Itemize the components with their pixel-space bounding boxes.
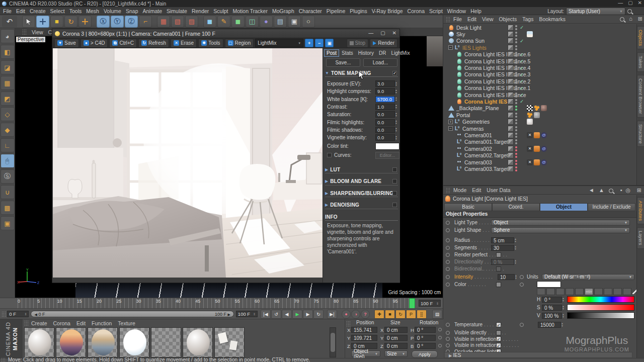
mat-grey-tag-icon[interactable]: [534, 112, 540, 118]
size-x-field[interactable]: 0 cm: [384, 327, 408, 333]
am-search-icon[interactable]: [609, 188, 613, 194]
visibility-toggle-icon[interactable]: [508, 38, 514, 44]
tree-row[interactable]: L0Camera001.Target: [443, 139, 636, 145]
material-thumbnail-checker-only[interactable]: [151, 327, 181, 357]
size-y-field[interactable]: 0 cm: [384, 335, 408, 341]
pos-y-field[interactable]: 109.721 cm: [351, 335, 377, 341]
am-back-icon[interactable]: ◄: [589, 187, 594, 193]
om-home-icon[interactable]: ⌂: [629, 16, 632, 22]
lightmix-dropdown[interactable]: LightMix▼: [255, 39, 303, 47]
am-tab-basic[interactable]: Basic: [444, 203, 492, 211]
undo-icon[interactable]: ↶: [2, 16, 17, 27]
render-view-icon[interactable]: ▦: [157, 16, 170, 28]
viewport-nav-icon[interactable]: 🖰: [1, 154, 15, 168]
xpresso-tag-icon[interactable]: ✕: [527, 146, 533, 152]
sliders-icon[interactable]: [604, 288, 612, 295]
target-tag-icon[interactable]: @: [541, 159, 547, 165]
tree-row[interactable]: Corona Light IES Instance.6✓: [443, 51, 636, 58]
intensity-field[interactable]: 10: [498, 274, 515, 280]
stepper-icon[interactable]: ▲▼: [514, 237, 518, 243]
om-panel-icon[interactable]: ⊞: [638, 16, 642, 22]
visibility-toggle-icon[interactable]: [508, 105, 514, 111]
material-menu-function[interactable]: Function: [92, 320, 112, 326]
zoom-out-icon[interactable]: −: [315, 39, 324, 47]
add-cube-icon[interactable]: ◼: [203, 16, 216, 28]
grip-icon[interactable]: [24, 320, 29, 326]
menu-item-edit[interactable]: Edit: [16, 8, 25, 14]
menu-item-script[interactable]: Script: [429, 8, 443, 14]
hsv-h-field[interactable]: 0 °: [542, 297, 562, 303]
timeline-window-button[interactable]: ▤: [432, 310, 442, 319]
tree-row[interactable]: Desk Light✓: [443, 24, 636, 31]
enabled-check-icon[interactable]: ✓: [520, 38, 524, 44]
zoom-in-icon[interactable]: +: [305, 39, 313, 47]
vfb-titlebar[interactable]: Corona 3 | 800×680px (1:1) | Camera: Cam…: [52, 29, 399, 38]
code-icon[interactable]: [613, 288, 622, 295]
om-menu-bookmarks[interactable]: Bookmarks: [539, 16, 566, 22]
timeline-ruler[interactable]: 05101520253035404550556065707580859095 1…: [0, 298, 443, 309]
last-tool-icon[interactable]: [78, 16, 92, 28]
vfb-tab-post[interactable]: Post: [324, 49, 339, 57]
stepper-icon[interactable]: ▲▼: [395, 104, 398, 110]
vfb-minimize-button[interactable]: —: [368, 30, 373, 36]
timeline-playhead[interactable]: [409, 298, 415, 309]
stepper-icon[interactable]: ▲▼: [395, 134, 398, 141]
tree-row[interactable]: Corona Light IES Instance.5✓: [443, 58, 636, 64]
material-menu-texture[interactable]: Texture: [118, 320, 135, 326]
bidirectional-checkbox[interactable]: [496, 266, 501, 272]
field-value[interactable]: 0.0: [375, 134, 395, 141]
workplane-rotate-icon[interactable]: ▣: [1, 216, 15, 230]
field-value[interactable]: 0.0: [375, 119, 395, 126]
size-mode-dropdown[interactable]: Size▼: [384, 350, 408, 357]
record-parameter-toggle[interactable]: P: [406, 310, 416, 319]
am-tab-coord-[interactable]: Coord.: [492, 203, 540, 211]
tree-row[interactable]: Sky: [443, 31, 636, 37]
visibility-dots[interactable]: [515, 38, 517, 43]
visibility-toggle-icon[interactable]: [508, 25, 514, 31]
light-shape-dropdown[interactable]: Sphere▼: [491, 227, 630, 233]
polygons-mode-icon[interactable]: ◆: [1, 123, 15, 137]
menu-item-create[interactable]: Create: [30, 8, 46, 14]
vfb-tab-stats[interactable]: Stats: [339, 49, 356, 57]
visibility-toggle-icon[interactable]: [508, 31, 514, 37]
start-frame-field[interactable]: 0 F⇕: [7, 311, 29, 317]
erase-button[interactable]: ✕Erase: [171, 39, 197, 48]
target-tag-icon[interactable]: @: [541, 132, 547, 138]
viewport-camera-label[interactable]: Perspective: [16, 37, 45, 42]
coordinate-system-icon[interactable]: ⌐: [139, 16, 152, 28]
visibility-toggle-icon[interactable]: [508, 45, 514, 51]
menu-item-volume[interactable]: Volume: [104, 8, 121, 14]
keyframe-circle[interactable]: [446, 323, 450, 327]
visibility-dots[interactable]: [515, 126, 517, 131]
stepper-icon[interactable]: ▲▼: [514, 245, 518, 251]
keyframe-circle[interactable]: [446, 343, 450, 347]
ctrl-c-button[interactable]: ⧉Ctrl+C: [109, 39, 137, 48]
field-value[interactable]: 0.0: [375, 127, 395, 133]
visibility-dots[interactable]: [515, 139, 517, 144]
tree-row[interactable]: Corona Light IES Instance.4✓: [443, 64, 636, 71]
vfb-tab-dr[interactable]: DR: [376, 49, 388, 57]
visibility-dots[interactable]: [515, 99, 517, 104]
visibility-toggle-icon[interactable]: [508, 159, 514, 165]
grip-icon[interactable]: [446, 188, 450, 193]
grip-icon[interactable]: [22, 29, 27, 35]
spectrum-icon[interactable]: [546, 288, 555, 295]
section-lut[interactable]: ▶LUT: [325, 166, 398, 173]
hsv-icon[interactable]: HSV: [585, 288, 593, 295]
render-button[interactable]: Render: [370, 39, 397, 48]
enabled-check-icon[interactable]: ✓: [520, 65, 524, 71]
current-frame-field[interactable]: 100 F⇕: [236, 311, 258, 317]
points-mode-icon[interactable]: ◩: [1, 92, 15, 106]
am-side-tab-attributes[interactable]: Attributes: [637, 197, 644, 224]
visibility-toggle-icon[interactable]: [508, 78, 514, 84]
visibility-dots[interactable]: [515, 25, 517, 30]
search-icon[interactable]: [627, 9, 632, 14]
visibility-dots[interactable]: [515, 166, 517, 171]
visibility-toggle-icon[interactable]: [508, 126, 514, 132]
hsv-s-slider[interactable]: [567, 304, 634, 311]
stepper-icon[interactable]: ▲▼: [395, 119, 398, 126]
rot-b-field[interactable]: 0 °: [415, 343, 436, 349]
visibility-dots[interactable]: [515, 65, 517, 70]
tree-row[interactable]: Corona Light IES Instance✓: [443, 92, 636, 98]
menu-item-window[interactable]: Window: [447, 8, 466, 14]
